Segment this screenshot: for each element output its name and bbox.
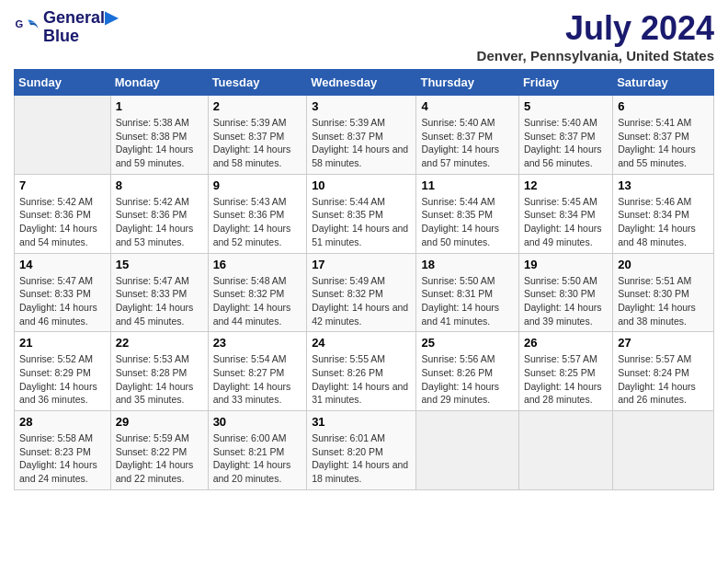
day-number: 16 <box>213 258 302 271</box>
day-info: Sunrise: 5:53 AMSunset: 8:28 PMDaylight:… <box>116 352 203 407</box>
day-info: Sunrise: 5:42 AMSunset: 8:36 PMDaylight:… <box>116 195 203 249</box>
day-cell: 23Sunrise: 5:54 AMSunset: 8:27 PMDayligh… <box>208 332 307 411</box>
calendar-table: SundayMondayTuesdayWednesdayThursdayFrid… <box>14 69 714 490</box>
day-number: 30 <box>213 415 302 429</box>
day-info: Sunrise: 5:57 AMSunset: 8:25 PMDaylight:… <box>524 352 608 407</box>
day-number: 15 <box>116 258 203 271</box>
header-cell-monday: Monday <box>110 70 208 96</box>
day-cell: 9Sunrise: 5:43 AMSunset: 8:36 PMDaylight… <box>208 174 307 253</box>
day-number: 13 <box>618 178 709 192</box>
day-info: Sunrise: 5:52 AMSunset: 8:29 PMDaylight:… <box>19 352 106 407</box>
day-number: 20 <box>618 258 709 271</box>
day-info: Sunrise: 5:49 AMSunset: 8:32 PMDaylight:… <box>312 274 411 328</box>
day-cell: 10Sunrise: 5:44 AMSunset: 8:35 PMDayligh… <box>307 174 416 253</box>
day-cell: 29Sunrise: 5:59 AMSunset: 8:22 PMDayligh… <box>110 411 208 490</box>
day-cell: 21Sunrise: 5:52 AMSunset: 8:29 PMDayligh… <box>15 332 111 411</box>
header-cell-saturday: Saturday <box>613 70 714 96</box>
day-cell: 2Sunrise: 5:39 AMSunset: 8:37 PMDaylight… <box>208 96 307 175</box>
header-cell-sunday: Sunday <box>15 70 111 96</box>
day-number: 26 <box>524 336 608 350</box>
day-info: Sunrise: 5:38 AMSunset: 8:38 PMDaylight:… <box>116 116 203 170</box>
day-number: 10 <box>312 178 411 192</box>
day-info: Sunrise: 5:47 AMSunset: 8:33 PMDaylight:… <box>19 274 106 328</box>
day-cell: 5Sunrise: 5:40 AMSunset: 8:37 PMDaylight… <box>518 96 612 175</box>
day-info: Sunrise: 5:54 AMSunset: 8:27 PMDaylight:… <box>213 352 302 407</box>
day-number: 24 <box>312 336 411 350</box>
header-row: SundayMondayTuesdayWednesdayThursdayFrid… <box>15 70 714 96</box>
day-cell: 22Sunrise: 5:53 AMSunset: 8:28 PMDayligh… <box>110 332 208 411</box>
day-number: 1 <box>116 99 203 113</box>
day-number: 17 <box>312 258 411 271</box>
day-cell <box>518 411 612 490</box>
day-cell: 26Sunrise: 5:57 AMSunset: 8:25 PMDayligh… <box>518 332 612 411</box>
day-number: 4 <box>421 99 513 113</box>
day-number: 27 <box>618 336 709 350</box>
day-info: Sunrise: 5:39 AMSunset: 8:37 PMDaylight:… <box>312 116 411 170</box>
day-cell <box>15 96 111 175</box>
week-row-4: 21Sunrise: 5:52 AMSunset: 8:29 PMDayligh… <box>15 332 714 411</box>
day-info: Sunrise: 5:55 AMSunset: 8:26 PMDaylight:… <box>312 352 411 407</box>
day-cell: 16Sunrise: 5:48 AMSunset: 8:32 PMDayligh… <box>208 253 307 332</box>
day-cell: 12Sunrise: 5:45 AMSunset: 8:34 PMDayligh… <box>518 174 612 253</box>
day-cell <box>613 411 714 490</box>
header-cell-thursday: Thursday <box>416 70 518 96</box>
day-number: 14 <box>19 258 106 271</box>
day-number: 19 <box>524 258 608 271</box>
day-info: Sunrise: 5:59 AMSunset: 8:22 PMDaylight:… <box>116 431 203 486</box>
logo: G General▶ Blue <box>14 9 118 46</box>
day-cell: 14Sunrise: 5:47 AMSunset: 8:33 PMDayligh… <box>15 253 111 332</box>
day-info: Sunrise: 5:39 AMSunset: 8:37 PMDaylight:… <box>213 116 302 170</box>
week-row-3: 14Sunrise: 5:47 AMSunset: 8:33 PMDayligh… <box>15 253 714 332</box>
day-cell: 11Sunrise: 5:44 AMSunset: 8:35 PMDayligh… <box>416 174 518 253</box>
month-year-title: July 2024 <box>477 9 714 48</box>
day-cell: 4Sunrise: 5:40 AMSunset: 8:37 PMDaylight… <box>416 96 518 175</box>
day-cell: 13Sunrise: 5:46 AMSunset: 8:34 PMDayligh… <box>613 174 714 253</box>
day-info: Sunrise: 5:51 AMSunset: 8:30 PMDaylight:… <box>618 274 709 328</box>
day-info: Sunrise: 5:58 AMSunset: 8:23 PMDaylight:… <box>19 431 106 486</box>
day-number: 12 <box>524 178 608 192</box>
day-number: 7 <box>19 178 106 192</box>
day-number: 28 <box>19 415 106 429</box>
day-number: 5 <box>524 99 608 113</box>
day-cell: 6Sunrise: 5:41 AMSunset: 8:37 PMDaylight… <box>613 96 714 175</box>
day-number: 11 <box>421 178 513 192</box>
day-number: 8 <box>116 178 203 192</box>
header-cell-friday: Friday <box>518 70 612 96</box>
day-cell: 18Sunrise: 5:50 AMSunset: 8:31 PMDayligh… <box>416 253 518 332</box>
logo-text: General▶ Blue <box>43 9 118 46</box>
day-info: Sunrise: 5:47 AMSunset: 8:33 PMDaylight:… <box>116 274 203 328</box>
title-area: July 2024 Denver, Pennsylvania, United S… <box>477 9 714 63</box>
day-number: 31 <box>312 415 411 429</box>
day-info: Sunrise: 6:01 AMSunset: 8:20 PMDaylight:… <box>312 431 411 486</box>
day-info: Sunrise: 5:48 AMSunset: 8:32 PMDaylight:… <box>213 274 302 328</box>
day-cell: 15Sunrise: 5:47 AMSunset: 8:33 PMDayligh… <box>110 253 208 332</box>
day-number: 3 <box>312 99 411 113</box>
day-info: Sunrise: 5:56 AMSunset: 8:26 PMDaylight:… <box>421 352 513 407</box>
day-cell: 20Sunrise: 5:51 AMSunset: 8:30 PMDayligh… <box>613 253 714 332</box>
day-number: 29 <box>116 415 203 429</box>
day-info: Sunrise: 5:44 AMSunset: 8:35 PMDaylight:… <box>421 195 513 249</box>
day-number: 25 <box>421 336 513 350</box>
day-info: Sunrise: 5:50 AMSunset: 8:30 PMDaylight:… <box>524 274 608 328</box>
day-info: Sunrise: 5:40 AMSunset: 8:37 PMDaylight:… <box>524 116 608 170</box>
day-info: Sunrise: 5:50 AMSunset: 8:31 PMDaylight:… <box>421 274 513 328</box>
svg-text:G: G <box>15 18 23 29</box>
day-cell: 17Sunrise: 5:49 AMSunset: 8:32 PMDayligh… <box>307 253 416 332</box>
day-cell: 30Sunrise: 6:00 AMSunset: 8:21 PMDayligh… <box>208 411 307 490</box>
day-number: 23 <box>213 336 302 350</box>
day-number: 21 <box>19 336 106 350</box>
day-info: Sunrise: 5:42 AMSunset: 8:36 PMDaylight:… <box>19 195 106 249</box>
day-info: Sunrise: 5:45 AMSunset: 8:34 PMDaylight:… <box>524 195 608 249</box>
day-info: Sunrise: 5:41 AMSunset: 8:37 PMDaylight:… <box>618 116 709 170</box>
day-cell: 1Sunrise: 5:38 AMSunset: 8:38 PMDaylight… <box>110 96 208 175</box>
calendar-body: 1Sunrise: 5:38 AMSunset: 8:38 PMDaylight… <box>15 96 714 490</box>
header-cell-tuesday: Tuesday <box>208 70 307 96</box>
header-cell-wednesday: Wednesday <box>307 70 416 96</box>
day-info: Sunrise: 5:44 AMSunset: 8:35 PMDaylight:… <box>312 195 411 249</box>
day-cell: 27Sunrise: 5:57 AMSunset: 8:24 PMDayligh… <box>613 332 714 411</box>
day-info: Sunrise: 5:43 AMSunset: 8:36 PMDaylight:… <box>213 195 302 249</box>
location-subtitle: Denver, Pennsylvania, United States <box>477 48 714 63</box>
day-number: 9 <box>213 178 302 192</box>
day-cell: 19Sunrise: 5:50 AMSunset: 8:30 PMDayligh… <box>518 253 612 332</box>
header: G General▶ Blue July 2024 Denver, Pennsy… <box>14 9 714 63</box>
